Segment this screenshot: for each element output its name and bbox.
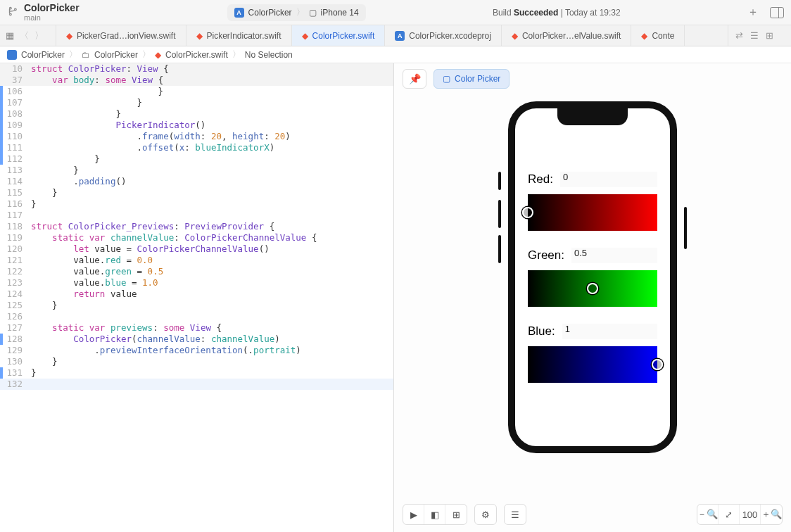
code-line[interactable]: 114 .padding(): [0, 176, 393, 187]
add-editor-icon[interactable]: ⊞: [766, 30, 773, 41]
code-line[interactable]: 132: [0, 379, 393, 390]
code-text[interactable]: static var channelValue: ColorPickerChan…: [28, 232, 393, 243]
code-line[interactable]: 110 .frame(width: 20, height: 20): [0, 131, 393, 142]
code-line[interactable]: 127 static var previews: some View {: [0, 322, 393, 334]
breadcrumb[interactable]: ColorPicker 〉 🗀 ColorPicker 〉 ◆ ColorPic…: [0, 46, 791, 63]
editor-tab[interactable]: AColorPicker.xcodeproj: [385, 25, 502, 46]
code-text[interactable]: static var previews: some View {: [28, 322, 393, 334]
code-text[interactable]: }: [28, 153, 393, 165]
zoom-out-button[interactable]: －🔍: [697, 504, 719, 525]
code-line[interactable]: 116}: [0, 198, 393, 210]
code-text[interactable]: value.green = 0.5: [28, 266, 393, 277]
code-line[interactable]: 125 }: [0, 300, 393, 311]
zoom-fit-button[interactable]: ⤢: [719, 504, 740, 525]
editor-tab[interactable]: ◆Conte: [631, 25, 685, 46]
project-name: ColorPicker: [24, 3, 80, 13]
adjust-layout-icon[interactable]: ☰: [750, 30, 759, 41]
code-text[interactable]: }: [28, 198, 393, 210]
code-text[interactable]: }: [28, 165, 393, 176]
toggle-sync-icon[interactable]: ⇄: [735, 30, 743, 41]
preview-viewport[interactable]: Red: 0 Green: 0.5: [394, 94, 791, 532]
code-line[interactable]: 130 }: [0, 356, 393, 367]
editor-tab[interactable]: ◆ColorPicker…elValue.swift: [502, 25, 632, 46]
code-text[interactable]: [28, 379, 393, 390]
code-text[interactable]: .previewInterfaceOrientation(.portrait): [28, 345, 393, 356]
nav-back-icon[interactable]: 〈: [20, 30, 29, 42]
zoom-actual-button[interactable]: 100: [740, 504, 761, 525]
code-line[interactable]: 111 .offset(x: blueIndicatorX): [0, 142, 393, 153]
code-text[interactable]: value.blue = 1.0: [28, 277, 393, 289]
variants-button[interactable]: ⊞: [445, 504, 467, 525]
code-line[interactable]: 124 return value: [0, 289, 393, 300]
editor-tab[interactable]: ◆ColorPicker.swift: [292, 25, 386, 46]
code-text[interactable]: }: [28, 108, 393, 120]
line-number: 121: [3, 255, 28, 266]
code-text[interactable]: }: [28, 97, 393, 108]
device-settings-button[interactable]: ⚙: [475, 504, 496, 525]
code-text[interactable]: PickerIndicator(): [28, 120, 393, 131]
code-text[interactable]: ColorPicker(channelValue: channelValue): [28, 334, 393, 345]
code-text[interactable]: struct ColorPicker_Previews: PreviewProv…: [28, 221, 393, 232]
editor-tab[interactable]: ◆PickerIndicator.swift: [186, 25, 292, 46]
code-text[interactable]: }: [28, 300, 393, 311]
code-line[interactable]: 37 var body: some View {: [0, 75, 393, 86]
code-line[interactable]: 115 }: [0, 187, 393, 198]
code-text[interactable]: var body: some View {: [28, 75, 393, 86]
code-text[interactable]: return value: [28, 289, 393, 300]
zoom-in-button[interactable]: ＋🔍: [761, 504, 782, 525]
code-text[interactable]: value.red = 0.0: [28, 255, 393, 266]
code-text[interactable]: }: [28, 86, 393, 97]
blue-gradient-slider[interactable]: [528, 346, 657, 383]
code-text[interactable]: }: [28, 187, 393, 198]
related-items-icon[interactable]: ▦: [6, 30, 14, 41]
pin-preview-button[interactable]: 📌: [403, 69, 426, 89]
line-number: 132: [3, 379, 28, 390]
project-title[interactable]: ColorPicker main: [24, 3, 80, 22]
selectable-preview-button[interactable]: ◧: [424, 504, 445, 525]
code-text[interactable]: [28, 311, 393, 322]
code-line[interactable]: 128 ColorPicker(channelValue: channelVal…: [0, 334, 393, 345]
green-value-field[interactable]: 0.5: [571, 248, 657, 263]
green-gradient-slider[interactable]: [528, 270, 657, 307]
code-line[interactable]: 117: [0, 210, 393, 221]
code-text[interactable]: let value = ColorPickerChannelValue(): [28, 243, 393, 255]
code-line[interactable]: 129 .previewInterfaceOrientation(.portra…: [0, 345, 393, 356]
code-line[interactable]: 120 let value = ColorPickerChannelValue(…: [0, 243, 393, 255]
editor-tab[interactable]: ◆PickerGrad…ionView.swift: [56, 25, 186, 46]
add-tab-icon[interactable]: ＋: [747, 5, 759, 20]
green-indicator[interactable]: [587, 283, 598, 294]
right-panel-toggle-icon[interactable]: [770, 7, 784, 18]
red-value-field[interactable]: 0: [560, 172, 657, 187]
code-text[interactable]: .offset(x: blueIndicatorX): [28, 142, 393, 153]
red-indicator[interactable]: [522, 207, 533, 218]
code-line[interactable]: 118struct ColorPicker_Previews: PreviewP…: [0, 221, 393, 232]
code-text[interactable]: }: [28, 367, 393, 379]
preview-selector[interactable]: ▢ Color Picker: [434, 69, 510, 89]
code-text[interactable]: struct ColorPicker: View {: [28, 63, 393, 75]
nav-forward-icon[interactable]: 〉: [34, 30, 44, 42]
code-line[interactable]: 131}: [0, 367, 393, 379]
code-line[interactable]: 121 value.red = 0.0: [0, 255, 393, 266]
code-line[interactable]: 107 }: [0, 97, 393, 108]
preview-config-button[interactable]: ☰: [505, 504, 526, 525]
code-text[interactable]: [28, 210, 393, 221]
code-line[interactable]: 112 }: [0, 153, 393, 165]
blue-indicator[interactable]: [652, 359, 663, 370]
code-line[interactable]: 109 PickerIndicator(): [0, 120, 393, 131]
code-line[interactable]: 123 value.blue = 1.0: [0, 277, 393, 289]
live-preview-button[interactable]: ▶: [403, 504, 424, 525]
code-editor[interactable]: 10struct ColorPicker: View {37 var body:…: [0, 63, 394, 532]
code-line[interactable]: 108 }: [0, 108, 393, 120]
code-line[interactable]: 10struct ColorPicker: View {: [0, 63, 393, 75]
blue-value-field[interactable]: 1: [562, 324, 657, 339]
code-line[interactable]: 106 }: [0, 86, 393, 97]
code-line[interactable]: 122 value.green = 0.5: [0, 266, 393, 277]
code-line[interactable]: 113 }: [0, 165, 393, 176]
code-line[interactable]: 119 static var channelValue: ColorPicker…: [0, 232, 393, 243]
code-line[interactable]: 126: [0, 311, 393, 322]
code-text[interactable]: .padding(): [28, 176, 393, 187]
scheme-selector[interactable]: A ColorPicker 〉 ▢ iPhone 14: [227, 4, 366, 21]
code-text[interactable]: .frame(width: 20, height: 20): [28, 131, 393, 142]
code-text[interactable]: }: [28, 356, 393, 367]
red-gradient-slider[interactable]: [528, 194, 657, 231]
